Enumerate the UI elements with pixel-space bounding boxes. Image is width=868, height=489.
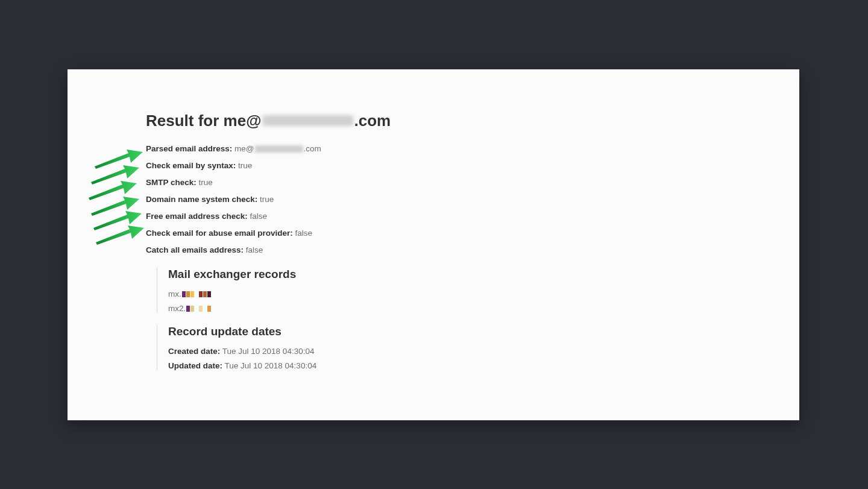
label-free: Free email address check: — [146, 212, 248, 221]
value-syntax: true — [238, 161, 252, 170]
redacted-domain-title — [263, 115, 353, 126]
updated-value: Tue Jul 10 2018 04:30:04 — [225, 361, 317, 370]
dates-section: Record update dates Created date: Tue Ju… — [157, 325, 725, 370]
row-catchall: Catch all emails address: false — [146, 245, 725, 256]
row-dns: Domain name system check: true — [146, 194, 725, 205]
value-smtp: true — [199, 178, 213, 187]
dates-heading: Record update dates — [168, 325, 725, 338]
value-abuse: false — [295, 229, 313, 238]
title-suffix: .com — [354, 112, 391, 130]
created-label: Created date: — [168, 347, 220, 356]
updated-line: Updated date: Tue Jul 10 2018 04:30:04 — [168, 361, 725, 370]
label-parsed: Parsed email address: — [146, 144, 232, 153]
row-free: Free email address check: false — [146, 211, 725, 222]
page-title: Result for me@.com — [146, 112, 725, 130]
redacted-mx-1 — [186, 306, 211, 312]
result-card: Result for me@.com Parsed email address:… — [68, 69, 799, 420]
mx-record-1: mx2. — [168, 304, 725, 313]
label-smtp: SMTP check: — [146, 178, 197, 187]
value-dns: true — [260, 195, 274, 204]
mx-heading: Mail exchanger records — [168, 268, 725, 281]
redacted-domain-parsed — [255, 145, 303, 153]
mx-prefix-0: mx. — [168, 289, 181, 298]
row-abuse: Check email for abuse email provider: fa… — [146, 228, 725, 239]
parsed-prefix: me@ — [234, 144, 254, 153]
updated-label: Updated date: — [168, 361, 222, 370]
created-line: Created date: Tue Jul 10 2018 04:30:04 — [168, 347, 725, 356]
label-dns: Domain name system check: — [146, 195, 257, 204]
row-parsed: Parsed email address: me@.com — [146, 144, 725, 154]
redacted-mx-0 — [182, 291, 211, 297]
label-abuse: Check email for abuse email provider: — [146, 229, 293, 238]
value-catchall: false — [246, 245, 263, 254]
mx-record-0: mx. — [168, 289, 725, 298]
row-syntax: Check email by syntax: true — [146, 160, 725, 171]
created-value: Tue Jul 10 2018 04:30:04 — [222, 347, 315, 356]
value-free: false — [250, 212, 268, 221]
parsed-suffix: .com — [304, 144, 321, 153]
mx-section: Mail exchanger records mx. mx2. — [157, 268, 725, 313]
label-syntax: Check email by syntax: — [146, 161, 236, 170]
row-smtp: SMTP check: true — [146, 177, 725, 188]
label-catchall: Catch all emails address: — [146, 245, 244, 254]
mx-prefix-1: mx2. — [168, 304, 186, 313]
title-prefix: Result for me@ — [146, 112, 262, 130]
result-content: Result for me@.com Parsed email address:… — [146, 112, 725, 376]
